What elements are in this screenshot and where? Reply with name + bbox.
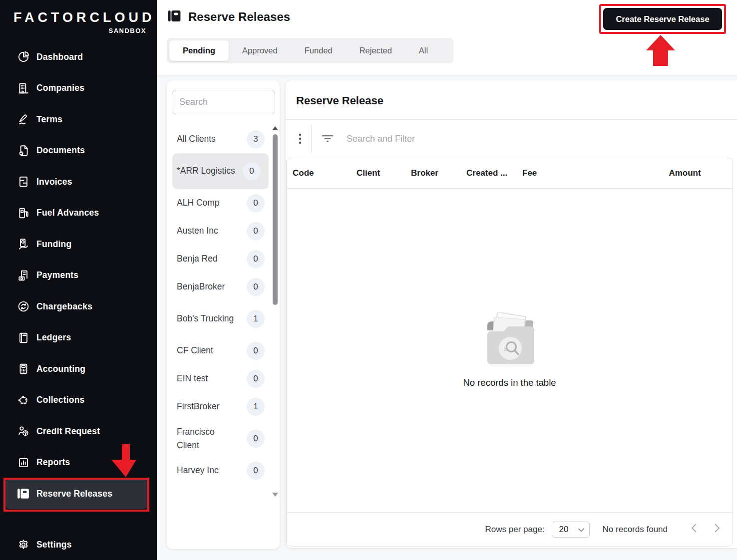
sidebar-item-credit-request[interactable]: Credit Request: [0, 416, 157, 447]
sidebar-item-funding[interactable]: Funding: [0, 229, 157, 260]
sidebar-item-label: Fuel Advances: [36, 208, 99, 218]
empty-folder-icon: [480, 312, 539, 370]
client-row-benja-red[interactable]: Benja Red 0: [167, 245, 273, 273]
sidebar-item-ledgers[interactable]: Ledgers: [0, 322, 157, 354]
sidebar-item-fuel-advances[interactable]: Fuel Advances: [0, 198, 157, 229]
sidebar-item-reserve-releases[interactable]: Reserve Releases: [5, 478, 149, 509]
brand-logo: FACTORCLOUD: [13, 10, 146, 25]
client-row-all-clients[interactable]: All Clients 3: [167, 125, 273, 153]
client-row-cf-client[interactable]: CF Client 0: [167, 337, 273, 365]
client-count-badge: 1: [247, 398, 265, 416]
client-row-arr-logistics[interactable]: *ARR Logistics 0: [172, 153, 269, 189]
annotation-rect-create-button: Create Reserve Release: [599, 4, 726, 34]
client-count-badge: 3: [247, 130, 265, 148]
brand-env-badge: SANDBOX: [13, 27, 146, 34]
filter-icon[interactable]: [321, 132, 334, 146]
client-name: *ARR Logistics: [177, 164, 237, 178]
scroll-down-icon[interactable]: [272, 493, 278, 498]
column-header-fee[interactable]: Fee: [522, 168, 637, 178]
previous-page-icon[interactable]: [691, 524, 697, 535]
client-count-badge: 0: [247, 194, 265, 212]
status-tabs: Pending Approved Funded Rejected All: [167, 38, 453, 63]
create-reserve-release-button[interactable]: Create Reserve Release: [603, 8, 722, 30]
divider: [311, 125, 312, 153]
sidebar-item-label: Reports: [36, 457, 70, 468]
client-name: Benja Red: [177, 252, 237, 266]
client-name: All Clients: [177, 132, 237, 146]
table-header-row: Code Client Broker Created ... Fee Amoun…: [287, 158, 733, 189]
kebab-menu-icon[interactable]: [296, 133, 305, 145]
hand-money-icon: [16, 238, 30, 251]
sidebar-item-companies[interactable]: Companies: [0, 73, 157, 104]
main-content: Reserve Releases Pending Approved Funded…: [157, 0, 737, 560]
scrollbar-thumb[interactable]: [273, 134, 278, 305]
sidebar-item-accounting[interactable]: Accounting: [0, 353, 157, 385]
tab-label: Approved: [242, 46, 278, 55]
sidebar-item-dashboard[interactable]: Dashboard: [0, 41, 157, 73]
tab-all[interactable]: All: [405, 40, 441, 61]
tab-rejected[interactable]: Rejected: [346, 40, 405, 61]
building-icon: [16, 81, 30, 95]
sidebar-item-chargebacks[interactable]: Chargebacks: [0, 291, 157, 322]
people-question-icon: [16, 425, 30, 438]
client-row-harvey-inc[interactable]: Harvey Inc 0: [167, 457, 273, 485]
column-header-client[interactable]: Client: [357, 168, 411, 178]
sidebar-item-label: Chargebacks: [36, 301, 92, 312]
rows-per-page-select[interactable]: 20: [552, 522, 590, 538]
client-count-badge: 0: [243, 162, 261, 180]
sidebar-item-label: Accounting: [36, 364, 85, 374]
fuel-pump-icon: [16, 206, 30, 220]
scroll-up-icon[interactable]: [272, 126, 278, 131]
client-name: FirstBroker: [177, 400, 237, 413]
client-count-badge: 0: [247, 342, 265, 360]
sidebar-item-label: Companies: [36, 83, 84, 93]
tab-approved[interactable]: Approved: [229, 40, 291, 61]
sidebar-item-label: Credit Request: [36, 426, 100, 437]
sidebar-item-label: Reserve Releases: [36, 489, 112, 499]
sidebar-item-collections[interactable]: Collections: [0, 385, 157, 416]
tab-pending[interactable]: Pending: [169, 40, 229, 61]
calculator-icon: [16, 362, 30, 376]
client-row-francisco-client[interactable]: Francisco Client 0: [167, 421, 273, 457]
journal-icon: [16, 487, 30, 501]
tab-label: All: [419, 46, 428, 55]
refresh-circle-icon: [16, 300, 30, 313]
sidebar-item-reports[interactable]: Reports: [0, 447, 157, 479]
sidebar-item-label: Invoices: [36, 177, 72, 187]
client-search-input[interactable]: [172, 90, 275, 114]
client-count-badge: 0: [247, 278, 265, 296]
sidebar-item-documents[interactable]: Documents: [0, 135, 157, 167]
next-page-icon[interactable]: [715, 524, 721, 535]
column-header-code[interactable]: Code: [293, 168, 357, 178]
client-list-scrollbar[interactable]: [272, 126, 278, 502]
client-name: ALH Comp: [177, 196, 237, 210]
client-row-austen-inc[interactable]: Austen Inc 0: [167, 217, 273, 245]
sidebar-item-terms[interactable]: Terms: [0, 104, 157, 135]
sidebar-item-payments[interactable]: Payments: [0, 260, 157, 291]
client-row-alh-comp[interactable]: ALH Comp 0: [167, 189, 273, 217]
client-row-ein-test[interactable]: EIN test 0: [167, 365, 273, 393]
client-row-firstbroker[interactable]: FirstBroker 1: [167, 393, 273, 421]
gear-icon: [16, 538, 30, 552]
sidebar-item-label: Documents: [36, 145, 85, 156]
column-header-created[interactable]: Created ...: [466, 168, 522, 178]
rows-per-page-label: Rows per page:: [485, 525, 545, 535]
tab-funded[interactable]: Funded: [291, 40, 346, 61]
search-and-filter-input[interactable]: [347, 134, 737, 144]
reserve-release-panel: Reserve Release Code Client Broker Creat…: [286, 80, 737, 548]
tab-label: Rejected: [360, 46, 392, 55]
sidebar-item-invoices[interactable]: Invoices: [0, 166, 157, 198]
bar-chart-icon: [16, 456, 30, 469]
empty-state-message: No records in the table: [463, 377, 556, 388]
pen-signature-icon: [16, 113, 30, 126]
sidebar-nav: Dashboard Companies Terms Documents Invo…: [0, 41, 157, 509]
column-header-amount[interactable]: Amount: [669, 168, 701, 178]
column-header-broker[interactable]: Broker: [411, 168, 466, 178]
client-count-badge: 1: [247, 310, 265, 328]
sidebar-item-settings[interactable]: Settings: [0, 529, 157, 560]
client-name: Bob's Trucking: [177, 312, 237, 325]
client-row-bobs-trucking[interactable]: Bob's Trucking 1: [167, 301, 273, 337]
page-head: Reserve Releases: [168, 9, 290, 25]
top-header: Reserve Releases Pending Approved Funded…: [157, 0, 737, 75]
client-row-benjabroker[interactable]: BenjaBroker 0: [167, 273, 273, 301]
